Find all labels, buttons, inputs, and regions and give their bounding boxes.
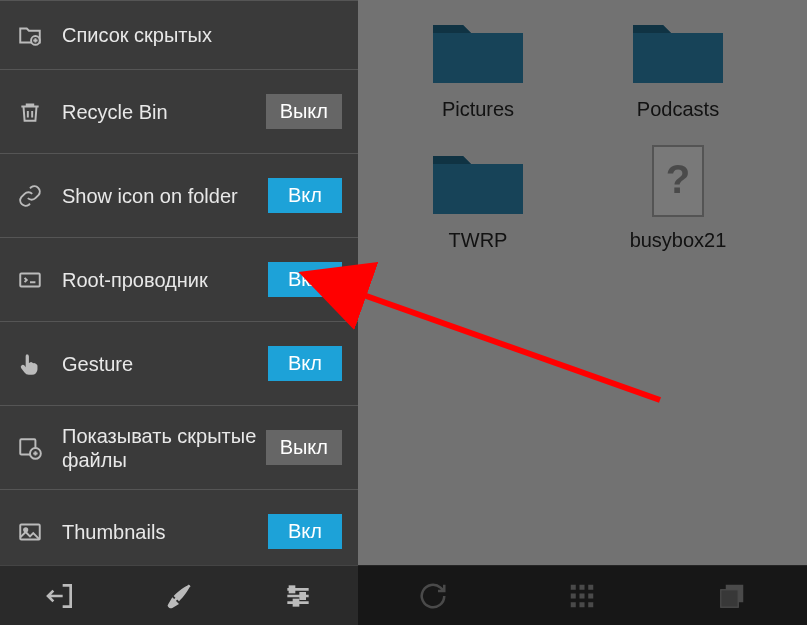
svg-rect-17 xyxy=(589,593,594,598)
file-label: TWRP xyxy=(449,229,508,252)
brush-button[interactable] xyxy=(139,576,219,616)
setting-show-hidden-files[interactable]: Показывать скрытые файлы Выкл xyxy=(0,406,358,490)
svg-rect-1 xyxy=(20,273,40,286)
setting-label: Список скрытых xyxy=(62,23,342,47)
setting-thumbnails[interactable]: Thumbnails Вкл xyxy=(0,490,358,565)
setting-label: Thumbnails xyxy=(62,520,268,544)
folder-icon xyxy=(428,141,528,221)
folder-podcasts[interactable]: Podcasts xyxy=(578,10,778,121)
grid-view-button[interactable] xyxy=(532,576,632,616)
folder-pictures[interactable]: Pictures xyxy=(378,10,578,121)
toggle-hidden-files[interactable]: Выкл xyxy=(266,430,342,465)
svg-rect-18 xyxy=(571,602,576,607)
setting-root-explorer[interactable]: Root-проводник Вкл xyxy=(0,238,358,322)
bottom-bar-right xyxy=(358,565,807,625)
settings-list: Список скрытых Recycle Bin Выкл Show ico… xyxy=(0,0,358,565)
svg-rect-15 xyxy=(571,593,576,598)
refresh-button[interactable] xyxy=(383,576,483,616)
file-label: busybox21 xyxy=(630,229,727,252)
svg-rect-13 xyxy=(580,584,585,589)
gesture-icon xyxy=(16,350,44,378)
toggle-show-icon[interactable]: Вкл xyxy=(268,178,342,213)
settings-panel: Список скрытых Recycle Bin Выкл Show ico… xyxy=(0,0,358,625)
unknown-file-icon: ? xyxy=(628,141,728,221)
svg-rect-7 xyxy=(290,586,294,591)
svg-rect-9 xyxy=(294,600,298,605)
thumbnails-icon xyxy=(16,518,44,546)
svg-rect-20 xyxy=(589,602,594,607)
svg-rect-22 xyxy=(721,589,739,607)
trash-icon xyxy=(16,98,44,126)
link-icon xyxy=(16,182,44,210)
sliders-button[interactable] xyxy=(258,576,338,616)
hidden-files-icon xyxy=(16,434,44,462)
svg-rect-16 xyxy=(580,593,585,598)
setting-label: Recycle Bin xyxy=(62,100,266,124)
svg-text:?: ? xyxy=(666,157,690,201)
folder-plus-icon xyxy=(16,21,44,49)
toggle-recycle-bin[interactable]: Выкл xyxy=(266,94,342,129)
root-icon xyxy=(16,266,44,294)
setting-gesture[interactable]: Gesture Вкл xyxy=(0,322,358,406)
svg-rect-8 xyxy=(301,593,305,598)
svg-rect-14 xyxy=(589,584,594,589)
setting-label: Показывать скрытые файлы xyxy=(62,424,266,472)
file-busybox21[interactable]: ? busybox21 xyxy=(578,141,778,252)
file-panel: Pictures Podcasts TWRP ? busybox21 xyxy=(358,0,807,625)
folder-icon xyxy=(428,10,528,90)
svg-rect-12 xyxy=(571,584,576,589)
setting-recycle-bin[interactable]: Recycle Bin Выкл xyxy=(0,70,358,154)
setting-hidden-list[interactable]: Список скрытых xyxy=(0,0,358,70)
folder-icon xyxy=(628,10,728,90)
windows-button[interactable] xyxy=(682,576,782,616)
file-label: Podcasts xyxy=(637,98,719,121)
toggle-root-explorer[interactable]: Вкл xyxy=(268,262,342,297)
toggle-gesture[interactable]: Вкл xyxy=(268,346,342,381)
setting-label: Gesture xyxy=(62,352,268,376)
exit-button[interactable] xyxy=(20,576,100,616)
svg-rect-19 xyxy=(580,602,585,607)
toggle-thumbnails[interactable]: Вкл xyxy=(268,514,342,549)
file-label: Pictures xyxy=(442,98,514,121)
folder-twrp[interactable]: TWRP xyxy=(378,141,578,252)
bottom-bar-left xyxy=(0,565,358,625)
setting-label: Root-проводник xyxy=(62,268,268,292)
setting-label: Show icon on folder xyxy=(62,184,268,208)
svg-line-6 xyxy=(168,585,189,606)
file-grid: Pictures Podcasts TWRP ? busybox21 xyxy=(358,0,807,282)
setting-show-icon-on-folder[interactable]: Show icon on folder Вкл xyxy=(0,154,358,238)
